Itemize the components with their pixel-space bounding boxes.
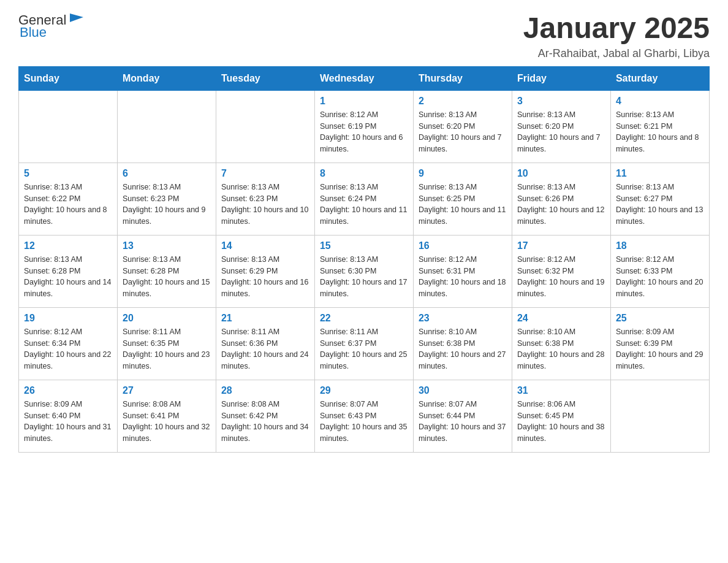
day-number: 27: [123, 385, 211, 396]
calendar-table: SundayMondayTuesdayWednesdayThursdayFrid…: [18, 66, 710, 453]
calendar-day-empty: [19, 90, 118, 163]
calendar-day-10: 10Sunrise: 8:13 AMSunset: 6:26 PMDayligh…: [512, 163, 610, 235]
day-info: Sunrise: 8:13 AMSunset: 6:28 PMDaylight:…: [24, 254, 112, 300]
column-header-wednesday: Wednesday: [314, 66, 413, 90]
day-info: Sunrise: 8:11 AMSunset: 6:36 PMDaylight:…: [221, 326, 309, 372]
calendar-week-row: 5Sunrise: 8:13 AMSunset: 6:22 PMDaylight…: [19, 163, 710, 235]
column-header-thursday: Thursday: [413, 66, 512, 90]
location: Ar-Rahaibat, Jabal al Gharbi, Libya: [523, 47, 710, 60]
day-info: Sunrise: 8:11 AMSunset: 6:35 PMDaylight:…: [123, 326, 211, 372]
page-header: General Blue January 2025 Ar-Rahaibat, J…: [18, 12, 710, 60]
day-info: Sunrise: 8:13 AMSunset: 6:22 PMDaylight:…: [24, 182, 112, 228]
calendar-day-13: 13Sunrise: 8:13 AMSunset: 6:28 PMDayligh…: [117, 235, 216, 307]
day-number: 14: [221, 240, 309, 251]
calendar-day-15: 15Sunrise: 8:13 AMSunset: 6:30 PMDayligh…: [314, 235, 413, 307]
day-info: Sunrise: 8:11 AMSunset: 6:37 PMDaylight:…: [320, 326, 408, 372]
day-info: Sunrise: 8:13 AMSunset: 6:26 PMDaylight:…: [517, 182, 605, 228]
calendar-week-row: 19Sunrise: 8:12 AMSunset: 6:34 PMDayligh…: [19, 307, 710, 380]
day-info: Sunrise: 8:07 AMSunset: 6:43 PMDaylight:…: [320, 399, 408, 445]
column-header-sunday: Sunday: [19, 66, 118, 90]
calendar-day-7: 7Sunrise: 8:13 AMSunset: 6:23 PMDaylight…: [216, 163, 314, 235]
day-info: Sunrise: 8:08 AMSunset: 6:42 PMDaylight:…: [221, 399, 309, 445]
calendar-day-20: 20Sunrise: 8:11 AMSunset: 6:35 PMDayligh…: [117, 307, 216, 380]
day-number: 3: [517, 96, 605, 107]
calendar-day-5: 5Sunrise: 8:13 AMSunset: 6:22 PMDaylight…: [19, 163, 118, 235]
calendar-day-14: 14Sunrise: 8:13 AMSunset: 6:29 PMDayligh…: [216, 235, 314, 307]
day-number: 7: [221, 168, 309, 179]
day-number: 2: [419, 96, 507, 107]
logo-flag-icon: [67, 11, 86, 28]
day-info: Sunrise: 8:13 AMSunset: 6:21 PMDaylight:…: [616, 109, 704, 155]
day-number: 25: [616, 313, 704, 324]
calendar-day-31: 31Sunrise: 8:06 AMSunset: 6:45 PMDayligh…: [512, 380, 610, 452]
day-number: 29: [320, 385, 408, 396]
day-number: 19: [24, 313, 112, 324]
day-info: Sunrise: 8:13 AMSunset: 6:25 PMDaylight:…: [419, 182, 507, 228]
calendar-day-empty: [610, 380, 709, 452]
calendar-day-4: 4Sunrise: 8:13 AMSunset: 6:21 PMDaylight…: [610, 90, 709, 163]
column-header-friday: Friday: [512, 66, 610, 90]
calendar-day-2: 2Sunrise: 8:13 AMSunset: 6:20 PMDaylight…: [413, 90, 512, 163]
day-info: Sunrise: 8:13 AMSunset: 6:28 PMDaylight:…: [123, 254, 211, 300]
calendar-day-3: 3Sunrise: 8:13 AMSunset: 6:20 PMDaylight…: [512, 90, 610, 163]
day-number: 20: [123, 313, 211, 324]
day-info: Sunrise: 8:13 AMSunset: 6:27 PMDaylight:…: [616, 182, 704, 228]
day-number: 1: [320, 96, 408, 107]
calendar-day-11: 11Sunrise: 8:13 AMSunset: 6:27 PMDayligh…: [610, 163, 709, 235]
calendar-day-27: 27Sunrise: 8:08 AMSunset: 6:41 PMDayligh…: [117, 380, 216, 452]
day-number: 17: [517, 240, 605, 251]
calendar-day-25: 25Sunrise: 8:09 AMSunset: 6:39 PMDayligh…: [610, 307, 709, 380]
title-area: January 2025 Ar-Rahaibat, Jabal al Gharb…: [523, 12, 710, 60]
day-info: Sunrise: 8:13 AMSunset: 6:29 PMDaylight:…: [221, 254, 309, 300]
day-info: Sunrise: 8:12 AMSunset: 6:31 PMDaylight:…: [419, 254, 507, 300]
day-number: 22: [320, 313, 408, 324]
day-info: Sunrise: 8:13 AMSunset: 6:20 PMDaylight:…: [419, 109, 507, 155]
day-info: Sunrise: 8:08 AMSunset: 6:41 PMDaylight:…: [123, 399, 211, 445]
day-number: 21: [221, 313, 309, 324]
calendar-day-16: 16Sunrise: 8:12 AMSunset: 6:31 PMDayligh…: [413, 235, 512, 307]
month-title: January 2025: [523, 12, 710, 45]
day-info: Sunrise: 8:09 AMSunset: 6:39 PMDaylight:…: [616, 326, 704, 372]
calendar-day-6: 6Sunrise: 8:13 AMSunset: 6:23 PMDaylight…: [117, 163, 216, 235]
day-number: 9: [419, 168, 507, 179]
day-number: 31: [517, 385, 605, 396]
svg-marker-0: [70, 13, 83, 22]
calendar-week-row: 1Sunrise: 8:12 AMSunset: 6:19 PMDaylight…: [19, 90, 710, 163]
calendar-day-21: 21Sunrise: 8:11 AMSunset: 6:36 PMDayligh…: [216, 307, 314, 380]
day-info: Sunrise: 8:06 AMSunset: 6:45 PMDaylight:…: [517, 399, 605, 445]
day-info: Sunrise: 8:13 AMSunset: 6:23 PMDaylight:…: [123, 182, 211, 228]
day-info: Sunrise: 8:13 AMSunset: 6:23 PMDaylight:…: [221, 182, 309, 228]
day-info: Sunrise: 8:13 AMSunset: 6:30 PMDaylight:…: [320, 254, 408, 300]
day-number: 8: [320, 168, 408, 179]
day-number: 24: [517, 313, 605, 324]
day-info: Sunrise: 8:09 AMSunset: 6:40 PMDaylight:…: [24, 399, 112, 445]
calendar-day-12: 12Sunrise: 8:13 AMSunset: 6:28 PMDayligh…: [19, 235, 118, 307]
day-number: 30: [419, 385, 507, 396]
column-header-tuesday: Tuesday: [216, 66, 314, 90]
calendar-day-29: 29Sunrise: 8:07 AMSunset: 6:43 PMDayligh…: [314, 380, 413, 452]
day-number: 13: [123, 240, 211, 251]
calendar-day-17: 17Sunrise: 8:12 AMSunset: 6:32 PMDayligh…: [512, 235, 610, 307]
calendar-day-22: 22Sunrise: 8:11 AMSunset: 6:37 PMDayligh…: [314, 307, 413, 380]
calendar-day-9: 9Sunrise: 8:13 AMSunset: 6:25 PMDaylight…: [413, 163, 512, 235]
column-header-monday: Monday: [117, 66, 216, 90]
calendar-day-18: 18Sunrise: 8:12 AMSunset: 6:33 PMDayligh…: [610, 235, 709, 307]
day-number: 11: [616, 168, 704, 179]
day-number: 12: [24, 240, 112, 251]
day-number: 23: [419, 313, 507, 324]
day-number: 18: [616, 240, 704, 251]
day-info: Sunrise: 8:12 AMSunset: 6:19 PMDaylight:…: [320, 109, 408, 155]
day-number: 5: [24, 168, 112, 179]
calendar-day-1: 1Sunrise: 8:12 AMSunset: 6:19 PMDaylight…: [314, 90, 413, 163]
calendar-day-26: 26Sunrise: 8:09 AMSunset: 6:40 PMDayligh…: [19, 380, 118, 452]
calendar-header-row: SundayMondayTuesdayWednesdayThursdayFrid…: [19, 66, 710, 90]
column-header-saturday: Saturday: [610, 66, 709, 90]
calendar-day-24: 24Sunrise: 8:10 AMSunset: 6:38 PMDayligh…: [512, 307, 610, 380]
day-number: 28: [221, 385, 309, 396]
day-info: Sunrise: 8:12 AMSunset: 6:32 PMDaylight:…: [517, 254, 605, 300]
day-info: Sunrise: 8:13 AMSunset: 6:24 PMDaylight:…: [320, 182, 408, 228]
day-info: Sunrise: 8:12 AMSunset: 6:33 PMDaylight:…: [616, 254, 704, 300]
calendar-day-28: 28Sunrise: 8:08 AMSunset: 6:42 PMDayligh…: [216, 380, 314, 452]
day-info: Sunrise: 8:10 AMSunset: 6:38 PMDaylight:…: [419, 326, 507, 372]
day-info: Sunrise: 8:13 AMSunset: 6:20 PMDaylight:…: [517, 109, 605, 155]
